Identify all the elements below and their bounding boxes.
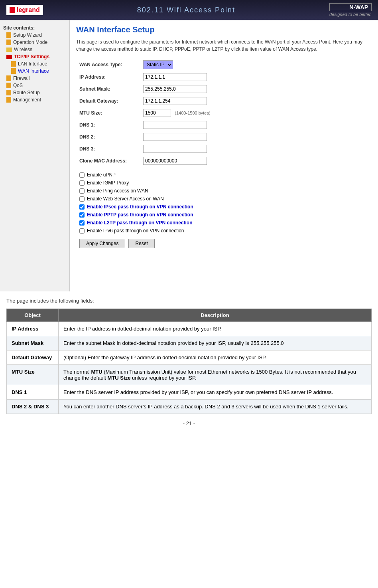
ip-address-value bbox=[140, 71, 372, 83]
below-frame: The page includes the following fields: … bbox=[0, 291, 378, 414]
dns3-value bbox=[140, 143, 372, 155]
dns2-input[interactable] bbox=[143, 133, 207, 141]
row-gateway-desc: (Optional) Enter the gateway IP address … bbox=[59, 350, 372, 365]
row-dns1-object: DNS 1 bbox=[7, 385, 59, 400]
sidebar-item-tcpip[interactable]: TCP/IP Settings bbox=[0, 53, 69, 60]
row-ip-desc: Enter the IP address in dotted-decimal n… bbox=[59, 322, 372, 336]
sidebar-label-wireless: Wireless bbox=[14, 47, 32, 52]
sidebar-label-setup-wizard: Setup Wizard bbox=[13, 32, 42, 38]
table-row: DNS 1 Enter the DNS server IP address pr… bbox=[7, 385, 372, 400]
checkbox-pptp-label: Enable PPTP pass through on VPN connecti… bbox=[87, 212, 193, 218]
row-gateway-object: Default Gateway bbox=[7, 350, 59, 365]
dns1-label: DNS 1: bbox=[76, 119, 140, 131]
checkbox-igmp-label: Enable IGMP Proxy bbox=[87, 180, 129, 186]
mtu-hint: (1400-1500 bytes) bbox=[175, 111, 210, 115]
checkbox-webserver-input[interactable] bbox=[79, 196, 85, 202]
checkbox-ipv6: Enable IPv6 pass through on VPN connecti… bbox=[76, 227, 372, 235]
checkbox-l2tp-label: Enable L2TP pass through on VPN connecti… bbox=[87, 220, 192, 226]
sidebar-label-firewall: Firewall bbox=[13, 75, 30, 81]
doc-icon bbox=[6, 32, 11, 38]
main-layout: Site contents: Setup Wizard Operation Mo… bbox=[0, 20, 378, 291]
doc-icon-firewall bbox=[6, 75, 11, 81]
mtu-bold-1: MTU bbox=[91, 369, 102, 375]
dns1-row: DNS 1: bbox=[76, 119, 372, 131]
dns3-label: DNS 3: bbox=[76, 143, 140, 155]
table-row: MTU Size The normal MTU (Maximum Transmi… bbox=[7, 365, 372, 385]
page-title: WAN Interface Setup bbox=[76, 25, 372, 34]
row-subnet-object: Subnet Mask bbox=[7, 336, 59, 350]
sidebar-item-route[interactable]: Route Setup bbox=[0, 89, 69, 96]
legrand-icon bbox=[10, 7, 15, 13]
tagline: designed to be better. bbox=[329, 12, 372, 17]
button-row: Apply Changes Reset bbox=[76, 235, 372, 252]
default-gateway-row: Default Gateway: bbox=[76, 95, 372, 107]
row-ip-object: IP Address bbox=[7, 322, 59, 336]
col-object: Object bbox=[7, 309, 59, 322]
checkbox-upnp-input[interactable] bbox=[79, 172, 85, 178]
reset-button[interactable]: Reset bbox=[128, 239, 154, 248]
clone-mac-label: Clone MAC Address: bbox=[76, 155, 140, 167]
sidebar-item-operation-mode[interactable]: Operation Mode bbox=[0, 39, 69, 46]
checkbox-ipv6-input[interactable] bbox=[79, 228, 85, 234]
row-dns23-object: DNS 2 & DNS 3 bbox=[7, 400, 59, 414]
ip-address-row: IP Address: bbox=[76, 71, 372, 83]
apply-changes-button[interactable]: Apply Changes bbox=[79, 239, 125, 248]
header: legrand 802.11 Wifi Access Point N-WAP d… bbox=[0, 0, 378, 20]
default-gateway-value bbox=[140, 95, 372, 107]
dns2-value bbox=[140, 131, 372, 143]
checkbox-l2tp: Enable L2TP pass through on VPN connecti… bbox=[76, 219, 372, 227]
sidebar-item-setup-wizard[interactable]: Setup Wizard bbox=[0, 32, 69, 39]
sidebar-label-qos: QoS bbox=[13, 83, 23, 88]
checkbox-webserver: Enable Web Server Access on WAN bbox=[76, 195, 372, 203]
checkbox-ipsec-label: Enable IPsec pass through on VPN connect… bbox=[87, 204, 193, 210]
sidebar-label-wan: WAN Interface bbox=[18, 68, 49, 74]
row-dns1-desc: Enter the DNS server IP address provided… bbox=[59, 385, 372, 400]
checkbox-ipsec: Enable IPsec pass through on VPN connect… bbox=[76, 203, 372, 211]
sidebar-item-wireless[interactable]: Wireless bbox=[0, 46, 69, 53]
dns1-input[interactable] bbox=[143, 121, 207, 129]
dns3-input[interactable] bbox=[143, 145, 207, 153]
checkbox-ping-input[interactable] bbox=[79, 188, 85, 194]
wan-access-type-value: Static IP DHCP PPPoE PPTP L2TP bbox=[140, 58, 372, 71]
checkbox-ping: Enable Ping Access on WAN bbox=[76, 187, 372, 195]
mtu-size-input[interactable] bbox=[143, 109, 171, 117]
wan-access-type-label: WAN Access Type: bbox=[76, 58, 140, 71]
brand-name: legrand bbox=[17, 6, 40, 14]
subnet-mask-input[interactable] bbox=[143, 85, 207, 93]
checkbox-upnp: Enable uPNP bbox=[76, 171, 372, 179]
sidebar-label-operation-mode: Operation Mode bbox=[13, 40, 47, 45]
checkbox-ipv6-label: Enable IPv6 pass through on VPN connecti… bbox=[87, 228, 184, 234]
intro-text: The page includes the following fields: bbox=[6, 298, 372, 304]
ip-address-input[interactable] bbox=[143, 73, 207, 81]
clone-mac-value bbox=[140, 155, 372, 167]
sidebar-item-firewall[interactable]: Firewall bbox=[0, 75, 69, 82]
checkbox-upnp-label: Enable uPNP bbox=[87, 172, 116, 178]
col-description: Description bbox=[59, 309, 372, 322]
table-row: DNS 2 & DNS 3 You can enter another DNS … bbox=[7, 400, 372, 414]
wan-access-type-select[interactable]: Static IP DHCP PPPoE PPTP L2TP bbox=[143, 60, 173, 69]
sidebar-item-qos[interactable]: QoS bbox=[0, 82, 69, 89]
dns2-label: DNS 2: bbox=[76, 131, 140, 143]
sidebar-item-lan[interactable]: LAN Interface bbox=[0, 60, 69, 67]
dns1-value bbox=[140, 119, 372, 131]
checkbox-igmp-input[interactable] bbox=[79, 180, 85, 186]
default-gateway-input[interactable] bbox=[143, 97, 207, 105]
default-gateway-label: Default Gateway: bbox=[76, 95, 140, 107]
row-dns23-desc: You can enter another DNS server’s IP ad… bbox=[59, 400, 372, 414]
clone-mac-input[interactable] bbox=[143, 157, 207, 165]
checkbox-l2tp-input[interactable] bbox=[79, 220, 85, 226]
row-subnet-desc: Enter the subnet Mask in dotted-decimal … bbox=[59, 336, 372, 350]
table-row: Subnet Mask Enter the subnet Mask in dot… bbox=[7, 336, 372, 350]
nwap-label: N-WAP bbox=[329, 3, 372, 11]
doc-icon-lan bbox=[11, 61, 16, 67]
sidebar-item-wan[interactable]: WAN Interface bbox=[0, 67, 69, 75]
doc-icon-qos bbox=[6, 83, 11, 88]
description-table: Object Description IP Address Enter the … bbox=[6, 309, 372, 414]
checkbox-webserver-label: Enable Web Server Access on WAN bbox=[87, 196, 164, 202]
doc-icon bbox=[6, 40, 11, 45]
sidebar-item-management[interactable]: Management bbox=[0, 96, 69, 103]
table-header-row: Object Description bbox=[7, 309, 372, 322]
folder-icon bbox=[6, 48, 12, 52]
checkbox-pptp-input[interactable] bbox=[79, 212, 85, 218]
checkbox-ipsec-input[interactable] bbox=[79, 204, 85, 210]
